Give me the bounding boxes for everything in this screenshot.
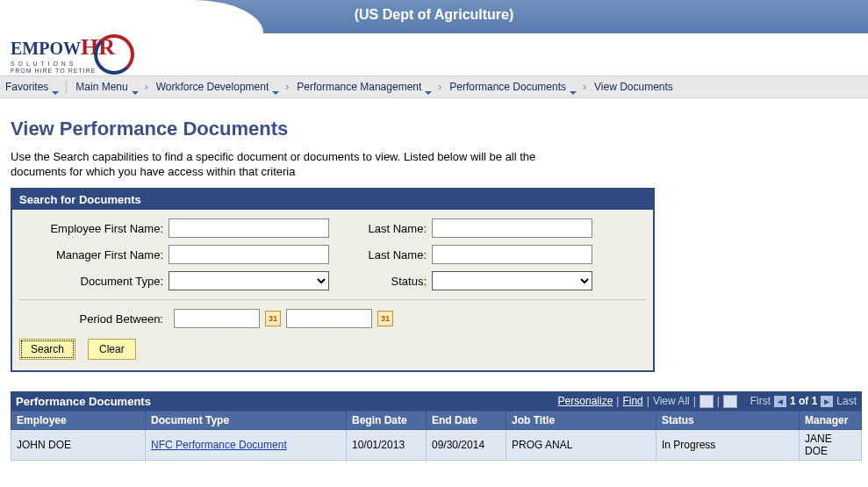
chevron-right-icon: › — [145, 81, 148, 93]
col-doc-type[interactable]: Document Type — [146, 412, 347, 430]
table-header-row: Employee Document Type Begin Date End Da… — [11, 412, 862, 430]
download-icon[interactable] — [723, 395, 737, 408]
breadcrumb-favorites[interactable]: Favorites — [5, 81, 57, 93]
label-doc-type: Document Type: — [19, 275, 169, 288]
period-row: Period Between: 31 31 — [19, 299, 646, 328]
label-emp-first: Employee First Name: — [19, 222, 169, 235]
page-instructions: Use the Search capabilities to find a sp… — [11, 149, 555, 179]
employee-first-name-input[interactable] — [169, 218, 329, 238]
breadcrumb-item[interactable]: Performance Documents — [449, 81, 575, 93]
col-begin[interactable]: Begin Date — [347, 412, 427, 430]
breadcrumb-divider — [66, 80, 67, 94]
grid-prev-icon[interactable]: ◄ — [774, 396, 786, 407]
page-title: View Performance Documents — [11, 118, 857, 140]
document-type-select[interactable] — [169, 271, 329, 290]
period-to-input[interactable] — [286, 309, 372, 328]
top-banner: (US Dept of Agriculture) — [0, 0, 868, 33]
logo-text-a: EMPOW — [11, 39, 81, 58]
label-mgr-first: Manager First Name: — [19, 248, 169, 261]
logo-circle-icon — [94, 34, 134, 75]
grid-next-icon[interactable]: ► — [821, 396, 833, 407]
label-period: Period Between: — [19, 312, 169, 326]
col-manager[interactable]: Manager — [800, 412, 862, 430]
clear-button[interactable]: Clear — [88, 339, 136, 360]
logo-row: EMPOWHR S O L U T I O N S FROM HIRE TO R… — [0, 33, 868, 75]
cell-end: 09/30/2014 — [427, 430, 506, 461]
zoom-icon[interactable] — [699, 395, 714, 408]
breadcrumb-main-menu[interactable]: Main Menu — [75, 81, 136, 93]
grid-tools: Personalize | Find | View All | | First … — [558, 395, 862, 408]
results-grid: Performance Documents Personalize | Find… — [11, 391, 862, 461]
search-box: Search for Documents Employee First Name… — [11, 188, 655, 372]
document-link[interactable]: NFC Performance Document — [151, 439, 287, 451]
table-row: JOHN DOE NFC Performance Document 10/01/… — [11, 430, 862, 461]
empowhr-logo: EMPOWHR S O L U T I O N S FROM HIRE TO R… — [11, 34, 134, 75]
label-emp-last: Last Name: — [344, 222, 432, 235]
grid-title: Performance Documents — [11, 395, 151, 408]
period-from-input[interactable] — [174, 309, 260, 328]
grid-view-all: View All — [653, 395, 690, 407]
search-box-header: Search for Documents — [12, 190, 653, 210]
cell-doc-type: NFC Performance Document — [146, 430, 347, 461]
chevron-right-icon: › — [285, 81, 289, 93]
grid-header-bar: Performance Documents Personalize | Find… — [11, 391, 862, 411]
grid-first-label: First — [750, 395, 771, 407]
manager-last-name-input[interactable] — [432, 245, 592, 264]
label-mgr-last: Last Name: — [344, 248, 432, 261]
col-status[interactable]: Status — [656, 412, 800, 430]
status-select[interactable] — [432, 271, 592, 290]
banner-curve — [0, 0, 263, 33]
calendar-icon[interactable]: 31 — [265, 311, 281, 326]
search-form-grid: Employee First Name: Last Name: Manager … — [19, 218, 646, 290]
calendar-icon[interactable]: 31 — [377, 311, 393, 326]
cell-status: In Progress — [656, 430, 800, 461]
search-button[interactable]: Search — [19, 339, 75, 360]
employee-last-name-input[interactable] — [432, 218, 592, 238]
chevron-right-icon: › — [438, 81, 441, 93]
grid-position: 1 of 1 — [790, 395, 817, 407]
grid-find-link[interactable]: Find — [622, 395, 642, 407]
breadcrumb-item-current: View Documents — [594, 81, 682, 93]
breadcrumb-item[interactable]: Performance Management — [297, 81, 430, 93]
cell-job: PROG ANAL — [506, 430, 656, 461]
col-employee[interactable]: Employee — [11, 412, 146, 430]
grid-personalize-link[interactable]: Personalize — [558, 395, 613, 407]
manager-first-name-input[interactable] — [169, 245, 329, 264]
page-content: View Performance Documents Use the Searc… — [0, 98, 868, 466]
breadcrumb-item[interactable]: Workforce Development — [156, 81, 278, 93]
search-buttons: Search Clear — [19, 339, 646, 360]
search-box-body: Employee First Name: Last Name: Manager … — [12, 210, 653, 370]
cell-manager: JANE DOE — [800, 430, 862, 461]
results-table: Employee Document Type Begin Date End Da… — [11, 411, 862, 461]
col-end[interactable]: End Date — [427, 412, 506, 430]
col-job[interactable]: Job Title — [506, 412, 656, 430]
label-status: Status: — [344, 275, 432, 288]
grid-last-label: Last — [836, 395, 857, 407]
breadcrumb-bar: Favorites Main Menu › Workforce Developm… — [0, 75, 868, 98]
cell-begin: 10/01/2013 — [347, 430, 427, 461]
cell-employee: JOHN DOE — [11, 430, 146, 461]
chevron-right-icon: › — [583, 81, 586, 93]
